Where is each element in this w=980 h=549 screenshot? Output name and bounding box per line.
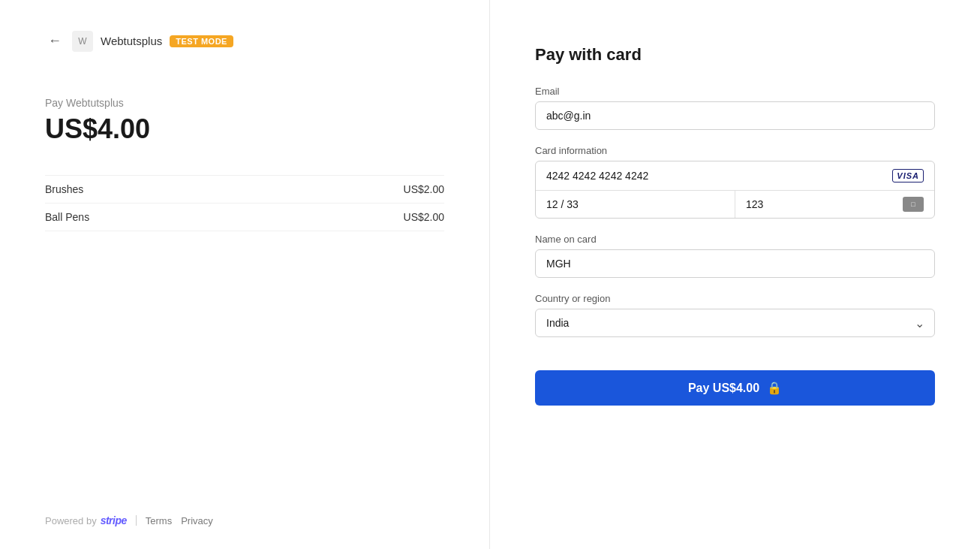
card-number-input[interactable] <box>546 170 892 182</box>
expiry-input[interactable] <box>536 191 735 218</box>
country-group: Country or region India United States Un… <box>535 293 935 337</box>
back-button[interactable]: ← <box>45 30 65 52</box>
amount-display: US$4.00 <box>45 113 444 145</box>
lock-icon: 🔒 <box>767 381 782 395</box>
visa-badge: VISA <box>892 169 924 182</box>
powered-by: Powered by stripe <box>45 514 127 526</box>
pay-button-label: Pay US$4.00 <box>688 382 759 395</box>
name-label: Name on card <box>535 234 935 245</box>
card-number-row: VISA <box>536 161 934 191</box>
line-item: Brushes US$2.00 <box>45 175 444 204</box>
item-name-brushes: Brushes <box>45 183 83 195</box>
page-title: Pay with card <box>535 45 935 65</box>
pay-button[interactable]: Pay US$4.00 🔒 <box>535 370 935 406</box>
back-arrow-icon: ← <box>48 33 62 49</box>
country-select-wrapper: India United States United Kingdom Canad… <box>535 309 935 337</box>
brand-icon-letter: W <box>78 36 86 47</box>
cvc-icon: □ <box>903 197 924 212</box>
cvc-row: □ <box>735 191 934 218</box>
country-select[interactable]: India United States United Kingdom Canad… <box>535 309 935 337</box>
cvc-icon-text: □ <box>911 201 915 208</box>
line-items: Brushes US$2.00 Ball Pens US$2.00 <box>45 175 444 231</box>
brand-icon: W <box>72 31 93 52</box>
test-mode-badge: TEST MODE <box>170 35 233 47</box>
footer-divider <box>136 515 137 526</box>
email-input[interactable] <box>535 101 935 130</box>
email-group: Email <box>535 86 935 130</box>
right-panel: Pay with card Email Card information VIS… <box>490 0 980 549</box>
item-price-ballpens: US$2.00 <box>404 211 444 223</box>
item-price-brushes: US$2.00 <box>404 183 444 195</box>
card-info-group: Card information VISA □ <box>535 145 935 219</box>
stripe-logo: stripe <box>101 514 127 526</box>
terms-link[interactable]: Terms <box>146 515 172 526</box>
card-info-label: Card information <box>535 145 935 156</box>
privacy-link[interactable]: Privacy <box>181 515 213 526</box>
country-label: Country or region <box>535 293 935 304</box>
email-label: Email <box>535 86 935 97</box>
brand-name: Webtutsplus <box>101 35 162 47</box>
header: ← W Webtutsplus TEST MODE <box>45 30 444 52</box>
cvc-input[interactable] <box>746 198 903 210</box>
item-name-ballpens: Ball Pens <box>45 211 89 223</box>
card-bottom-row: □ <box>536 191 934 218</box>
card-fields-container: VISA □ <box>535 161 935 219</box>
pay-label: Pay Webtutsplus <box>45 97 444 109</box>
name-group: Name on card <box>535 234 935 278</box>
footer: Powered by stripe Terms Privacy <box>45 514 213 526</box>
powered-by-text: Powered by <box>45 515 97 526</box>
left-panel: ← W Webtutsplus TEST MODE Pay Webtutsplu… <box>0 0 490 549</box>
name-input[interactable] <box>535 249 935 278</box>
line-item: Ball Pens US$2.00 <box>45 204 444 231</box>
